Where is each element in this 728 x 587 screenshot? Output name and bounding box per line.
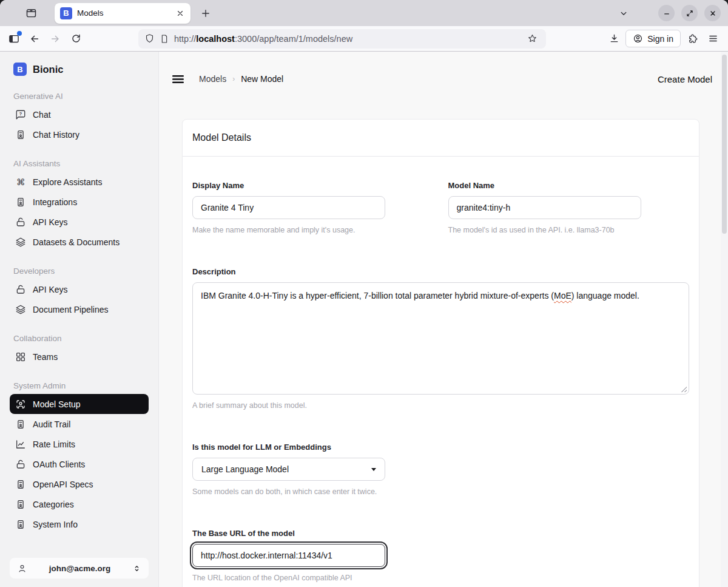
- breadcrumb-models[interactable]: Models: [199, 74, 226, 84]
- content-menu-hamburger-icon[interactable]: [169, 70, 187, 88]
- main-scrollbar: [721, 52, 728, 587]
- reload-icon[interactable]: [67, 30, 85, 48]
- logo-badge-icon: B: [13, 63, 27, 76]
- sidebar-toggle-icon[interactable]: [5, 30, 23, 48]
- sidebar-item-categories[interactable]: Categories: [10, 494, 149, 514]
- sidebar-item-chat-history[interactable]: Chat History: [10, 124, 149, 144]
- sidebar-item-label: Audit Trail: [33, 419, 70, 429]
- sidebar-item-teams[interactable]: Teams: [10, 347, 149, 367]
- document-icon: [15, 499, 26, 510]
- window-controls: [658, 5, 721, 21]
- model-type-select[interactable]: Large Language Model: [192, 458, 385, 481]
- select-caret-icon: [371, 468, 376, 471]
- display-name-input[interactable]: [192, 196, 385, 219]
- firefox-view-icon[interactable]: [22, 4, 40, 22]
- sidebar-item-label: Datasets & Documents: [33, 237, 120, 247]
- main-content: Models › New Model Create Model Model De…: [159, 52, 728, 587]
- sidebar-item-system-info[interactable]: System Info: [10, 514, 149, 534]
- url-text: http://localhost:3000/app/team/1/models/…: [174, 34, 518, 44]
- description-field: Description IBM Granite 4.0-H-Tiny is a …: [192, 267, 689, 410]
- user-menu[interactable]: john@acme.org: [10, 558, 149, 579]
- menu-hamburger-icon[interactable]: [704, 30, 722, 48]
- tab-close-icon[interactable]: [174, 7, 187, 20]
- forward-icon: [46, 30, 64, 48]
- minimize-icon[interactable]: [658, 5, 675, 21]
- browser-nav-bar: http://localhost:3000/app/team/1/models/…: [0, 26, 728, 52]
- browser-window: B Models: [0, 0, 728, 587]
- document-icon: [15, 519, 26, 530]
- sidebar-spacer: [10, 534, 149, 558]
- base-url-input[interactable]: [192, 544, 385, 567]
- downloads-icon[interactable]: [605, 30, 623, 48]
- sidebar-item-api-keys[interactable]: API Keys: [10, 279, 149, 299]
- bookmark-star-icon[interactable]: [523, 30, 541, 48]
- breadcrumb: Models › New Model: [199, 74, 283, 84]
- close-icon[interactable]: [704, 5, 721, 21]
- document-icon: [15, 419, 26, 430]
- description-textarea[interactable]: IBM Granite 4.0-H-Tiny is a hyper-effici…: [192, 282, 689, 395]
- sidebar-item-rate-limits[interactable]: Rate Limits: [10, 434, 149, 454]
- scrollbar-thumb[interactable]: [722, 55, 727, 234]
- app-sidebar: B Bionic Generative AI?ChatChat HistoryA…: [0, 52, 159, 587]
- description-helper: A brief summary about this model.: [192, 401, 689, 410]
- svg-text:⌘: ⌘: [16, 177, 25, 186]
- model-type-field: Is this model for LLM or Embeddings Larg…: [192, 443, 689, 496]
- sidebar-item-openapi-specs[interactable]: OpenAPI Specs: [10, 474, 149, 494]
- sidebar-item-label: Rate Limits: [33, 439, 75, 449]
- extensions-puzzle-icon[interactable]: [683, 30, 701, 48]
- document-icon: [15, 197, 26, 208]
- sidebar-section-title: Generative AI: [13, 92, 145, 101]
- sidebar-item-label: Chat: [33, 110, 51, 120]
- svg-text:?: ?: [19, 111, 22, 117]
- sidebar-item-explore-assistants[interactable]: ⌘Explore Assistants: [10, 172, 149, 192]
- sidebar-item-integrations[interactable]: Integrations: [10, 192, 149, 212]
- breadcrumb-new-model: New Model: [241, 74, 283, 84]
- sidebar-item-chat[interactable]: ?Chat: [10, 104, 149, 124]
- sidebar-section-title: Developers: [13, 266, 145, 276]
- card-title: Model Details: [183, 120, 699, 157]
- sidebar-item-label: Integrations: [33, 197, 77, 207]
- spellcheck-word: MoE: [554, 291, 571, 300]
- sidebar-item-datasets-documents[interactable]: Datasets & Documents: [10, 232, 149, 252]
- sidebar-section-title: System Admin: [13, 381, 145, 390]
- display-name-field: Display Name Make the name memorable and…: [192, 181, 434, 234]
- user-email: john@acme.org: [27, 564, 132, 573]
- document-icon: [15, 129, 26, 140]
- maximize-icon[interactable]: [681, 5, 698, 21]
- model-type-value: Large Language Model: [201, 464, 371, 474]
- create-model-button[interactable]: Create Model: [658, 74, 712, 84]
- grid-icon: [15, 351, 26, 362]
- new-tab-icon[interactable]: [197, 4, 215, 22]
- content-header: Models › New Model Create Model: [169, 70, 713, 88]
- page-info-icon[interactable]: [160, 34, 169, 44]
- model-type-helper: Some models can do both, in which case e…: [192, 487, 689, 496]
- sidebar-item-oauth-clients[interactable]: OAuth Clients: [10, 454, 149, 474]
- tab-favicon: B: [60, 7, 72, 19]
- browser-tab-bar: B Models: [0, 0, 728, 26]
- sidebar-item-label: OpenAPI Specs: [33, 480, 93, 489]
- app-shell: B Bionic Generative AI?ChatChat HistoryA…: [0, 52, 728, 587]
- command-icon: ⌘: [15, 177, 26, 188]
- lock-open-icon: [15, 459, 26, 470]
- scan-face-icon: [15, 399, 26, 410]
- back-icon[interactable]: [25, 30, 44, 48]
- sidebar-item-label: Explore Assistants: [33, 177, 102, 187]
- sign-in-button[interactable]: Sign in: [625, 30, 681, 47]
- lock-open-icon: [15, 217, 26, 228]
- list-all-tabs-chevron-icon[interactable]: [615, 4, 633, 22]
- model-name-input[interactable]: [448, 196, 641, 219]
- logo-name: Bionic: [33, 64, 63, 75]
- chart-icon: [15, 439, 26, 450]
- sidebar-item-label: OAuth Clients: [33, 460, 85, 469]
- shield-icon[interactable]: [144, 33, 155, 44]
- sidebar-item-label: System Info: [33, 520, 78, 529]
- model-name-field: Model Name The model's id as used in the…: [448, 181, 690, 234]
- browser-tab[interactable]: B Models: [55, 3, 190, 24]
- url-bar[interactable]: http://localhost:3000/app/team/1/models/…: [138, 29, 546, 49]
- sidebar-item-audit-trail[interactable]: Audit Trail: [10, 414, 149, 434]
- sidebar-item-api-keys[interactable]: API Keys: [10, 212, 149, 232]
- sidebar-section-title: Collaboration: [13, 334, 145, 343]
- sidebar-item-document-pipelines[interactable]: Document Pipelines: [10, 299, 149, 319]
- app-logo[interactable]: B Bionic: [10, 61, 149, 77]
- sidebar-item-model-setup[interactable]: Model Setup: [10, 394, 149, 414]
